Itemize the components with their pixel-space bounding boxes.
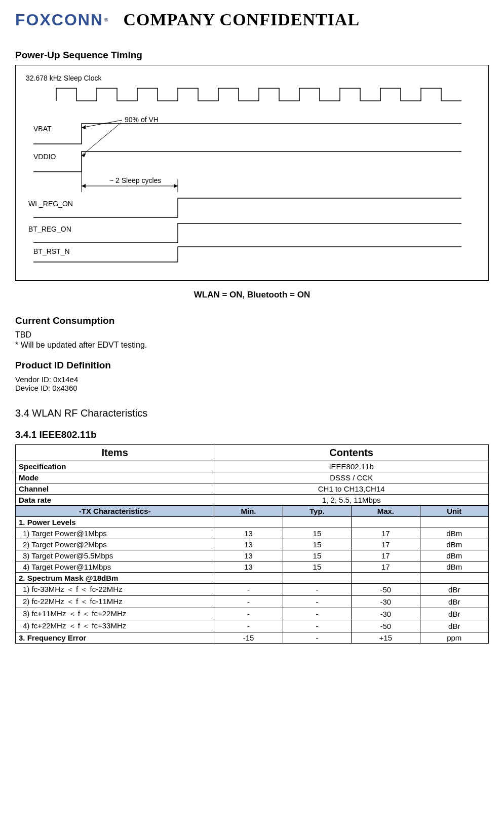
row-max: -50 bbox=[352, 620, 420, 632]
section-ieee-title: 3.4.1 IEEE802.11b bbox=[15, 429, 489, 440]
row-label: 4) fc+22MHz ＜ f ＜ fc+33MHz bbox=[16, 620, 214, 632]
tx-header-max: Max. bbox=[352, 506, 420, 517]
tx-header-unit: Unit bbox=[420, 506, 488, 517]
cell-label: Channel bbox=[16, 483, 214, 495]
row-unit: dBm bbox=[420, 550, 488, 561]
row-label: 4) Target Power@11Mbps bbox=[16, 561, 214, 573]
timing-diagram-svg: 32.678 kHz Sleep Clock VBAT 90% of VH VD… bbox=[26, 70, 472, 263]
btrst-label: BT_RST_N bbox=[33, 247, 70, 255]
cell-value: DSSS / CCK bbox=[214, 472, 489, 483]
table-row: 3) Target Power@5.5Mbps 13 15 17 dBm bbox=[16, 550, 489, 561]
arrow-90vh-head bbox=[82, 125, 86, 129]
vddio-label: VDDIO bbox=[33, 153, 56, 161]
table-row: 1) Target Power@1Mbps 13 15 17 dBm bbox=[16, 528, 489, 539]
row-unit: dBm bbox=[420, 528, 488, 539]
row-unit: dBm bbox=[420, 561, 488, 573]
table-row: Specification IEEE802.11b bbox=[16, 461, 489, 472]
row-min: 13 bbox=[214, 561, 283, 573]
current-tbd: TBD bbox=[15, 330, 489, 340]
row-typ: 15 bbox=[283, 550, 351, 561]
group-heading: 2. Spectrum Mask @18dBm bbox=[16, 573, 214, 584]
row-min: 13 bbox=[214, 539, 283, 550]
section-rf-title: 3.4 WLAN RF Characteristics bbox=[15, 407, 489, 419]
confidential-title: COMPANY CONFIDENTIAL bbox=[123, 10, 360, 29]
btrst-wave bbox=[33, 247, 461, 262]
row-label: 1) Target Power@1Mbps bbox=[16, 528, 214, 539]
row-min: - bbox=[214, 608, 283, 620]
row-unit: ppm bbox=[420, 632, 488, 644]
row-max: -30 bbox=[352, 596, 420, 608]
row-unit: dBr bbox=[420, 608, 488, 620]
row-unit: dBr bbox=[420, 584, 488, 596]
spec-table: Items Contents Specification IEEE802.11b… bbox=[15, 444, 489, 644]
row-max: 17 bbox=[352, 528, 420, 539]
row-min: - bbox=[214, 596, 283, 608]
cell-value: 1, 2, 5.5, 11Mbps bbox=[214, 495, 489, 506]
tx-header-typ: Typ. bbox=[283, 506, 351, 517]
table-row: 4) fc+22MHz ＜ f ＜ fc+33MHz - - -50 dBr bbox=[16, 620, 489, 632]
table-row: 4) Target Power@11Mbps 13 15 17 dBm bbox=[16, 561, 489, 573]
section-current-title: Current Consumption bbox=[15, 315, 489, 326]
current-note: * Will be updated after EDVT testing. bbox=[15, 341, 489, 350]
row-max: 17 bbox=[352, 550, 420, 561]
diagram-caption: WLAN = ON, Bluetooth = ON bbox=[15, 290, 489, 300]
table-group-heading: 1. Power Levels bbox=[16, 517, 489, 528]
foxconn-logo: FOXCONN ® bbox=[15, 11, 108, 29]
cell-label: Mode bbox=[16, 472, 214, 483]
row-typ: 15 bbox=[283, 561, 351, 573]
dim-sleep-leftarrow bbox=[82, 184, 86, 188]
table-row: 3. Frequency Error -15 - +15 ppm bbox=[16, 632, 489, 644]
row-min: 13 bbox=[214, 528, 283, 539]
btreg-wave bbox=[33, 223, 461, 243]
row-typ: - bbox=[283, 632, 351, 644]
row-typ: - bbox=[283, 608, 351, 620]
vddio-wave bbox=[33, 152, 461, 172]
device-id: Device ID: 0x4360 bbox=[15, 384, 489, 392]
section-product-title: Product ID Definition bbox=[15, 360, 489, 371]
hdr-contents: Contents bbox=[214, 445, 489, 461]
row-label: 2) fc-22MHz ＜ f ＜ fc-11MHz bbox=[16, 596, 214, 608]
dim-sleep-rightarrow bbox=[174, 184, 178, 188]
row-typ: - bbox=[283, 620, 351, 632]
vbat-label: VBAT bbox=[33, 125, 52, 133]
clock-wave bbox=[56, 88, 461, 101]
row-typ: 15 bbox=[283, 528, 351, 539]
group-heading: 1. Power Levels bbox=[16, 517, 214, 528]
timing-diagram: 32.678 kHz Sleep Clock VBAT 90% of VH VD… bbox=[15, 65, 489, 281]
row-typ: - bbox=[283, 596, 351, 608]
row-label: 3) fc+11MHz ＜ f ＜ fc+22MHz bbox=[16, 608, 214, 620]
row-max: 17 bbox=[352, 561, 420, 573]
row-max: -30 bbox=[352, 608, 420, 620]
row-unit: dBr bbox=[420, 620, 488, 632]
row-label: 2) Target Power@2Mbps bbox=[16, 539, 214, 550]
table-row: Channel CH1 to CH13,CH14 bbox=[16, 483, 489, 495]
page-header: FOXCONN ® COMPANY CONFIDENTIAL bbox=[15, 10, 489, 29]
table-row: Mode DSSS / CCK bbox=[16, 472, 489, 483]
cell-value: IEEE802.11b bbox=[214, 461, 489, 472]
row-min: - bbox=[214, 620, 283, 632]
row-typ: 15 bbox=[283, 539, 351, 550]
row-min: 13 bbox=[214, 550, 283, 561]
row-max: 17 bbox=[352, 539, 420, 550]
row-max: +15 bbox=[352, 632, 420, 644]
row-label: 3) Target Power@5.5Mbps bbox=[16, 550, 214, 561]
table-row: Data rate 1, 2, 5.5, 11Mbps bbox=[16, 495, 489, 506]
table-header-row: Items Contents bbox=[16, 445, 489, 461]
table-row: 3) fc+11MHz ＜ f ＜ fc+22MHz - - -30 dBr bbox=[16, 608, 489, 620]
cell-label: Specification bbox=[16, 461, 214, 472]
row-unit: dBm bbox=[420, 539, 488, 550]
row-unit: dBr bbox=[420, 596, 488, 608]
cell-label: Data rate bbox=[16, 495, 214, 506]
arrow-vddio-90vh bbox=[82, 123, 121, 156]
note-90vh: 90% of VH bbox=[125, 116, 159, 124]
tx-header-min: Min. bbox=[214, 506, 283, 517]
row-typ: - bbox=[283, 584, 351, 596]
table-row: 2) fc-22MHz ＜ f ＜ fc-11MHz - - -30 dBr bbox=[16, 596, 489, 608]
note-sleep: ~ 2 Sleep cycles bbox=[109, 176, 161, 184]
logo-registered-mark: ® bbox=[104, 17, 108, 23]
table-row: 1) fc-33MHz ＜ f ＜ fc-22MHz - - -50 dBr bbox=[16, 584, 489, 596]
table-row: 2) Target Power@2Mbps 13 15 17 dBm bbox=[16, 539, 489, 550]
cell-value: CH1 to CH13,CH14 bbox=[214, 483, 489, 495]
logo-text: FOXCONN bbox=[15, 11, 103, 29]
vbat-wave bbox=[33, 124, 461, 144]
